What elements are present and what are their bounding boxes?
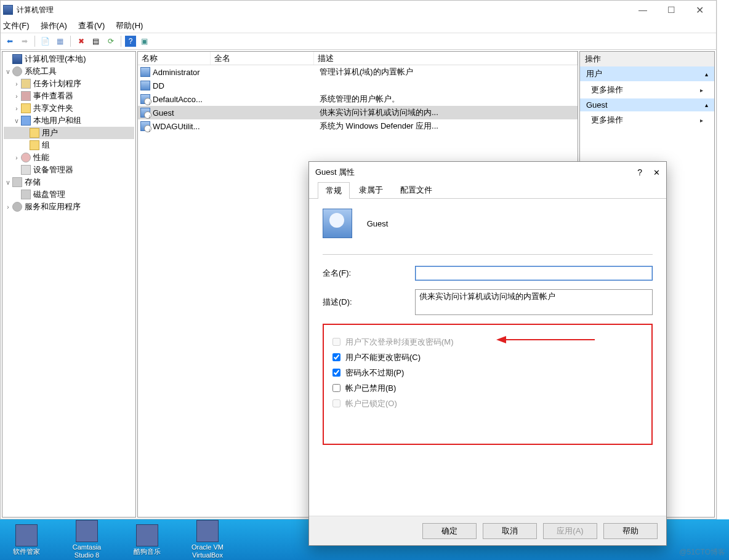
tree-storage[interactable]: 存储	[25, 177, 41, 188]
desktop-icon[interactable]: 酷狗音乐	[126, 524, 169, 556]
tree-panel[interactable]: 计算机管理(本地) v系统工具 ›任务计划程序 ›事件查看器 ›共享文件夹 v本…	[2, 51, 136, 518]
tab-profile[interactable]: 配置文件	[392, 182, 440, 198]
close-button[interactable]: ✕	[685, 1, 714, 19]
properties-button[interactable]: ▤	[89, 35, 102, 48]
user-row[interactable]: WDAGUtilit...系统为 Windows Defender 应用...	[138, 119, 578, 133]
col-name[interactable]: 名称	[138, 52, 211, 65]
refresh-button[interactable]: ⟳	[104, 35, 117, 48]
col-fullname[interactable]: 全名	[211, 52, 314, 65]
tree-services[interactable]: 服务和应用程序	[25, 201, 81, 212]
desktop-icon[interactable]: Oracle VM VirtualBox	[186, 520, 229, 559]
event-icon	[21, 91, 31, 101]
user-icon	[140, 108, 150, 118]
dialog-titlebar[interactable]: Guest 属性 ? ✕	[309, 162, 666, 183]
ok-button[interactable]: 确定	[422, 523, 477, 539]
export-button[interactable]: ▣	[138, 35, 151, 48]
dialog-button-bar: 确定 取消 应用(A) 帮助	[309, 516, 666, 545]
desktop-icon[interactable]: 软件管家	[5, 524, 48, 556]
forward-button[interactable]: ➡	[18, 35, 31, 48]
tab-general[interactable]: 常规	[318, 182, 350, 199]
svg-marker-1	[496, 336, 506, 343]
apply-button[interactable]: 应用(A)	[543, 523, 597, 539]
device-icon	[21, 165, 31, 175]
actions-group-users[interactable]: 用户▴	[580, 66, 714, 81]
actions-more-guest[interactable]: 更多操作▸	[580, 111, 714, 129]
properties-dialog: Guest 属性 ? ✕ 常规 隶属于 配置文件 Guest 全名(F): 描述…	[308, 161, 667, 546]
user-description: 供来宾访问计算机或访问域的内...	[320, 107, 578, 118]
user-icon	[140, 67, 150, 77]
tree-disk-management[interactable]: 磁盘管理	[33, 189, 65, 200]
view-button[interactable]: ▦	[54, 35, 66, 48]
delete-button[interactable]: ✖	[75, 35, 87, 48]
minimize-button[interactable]: —	[629, 1, 657, 19]
user-description: 系统管理的用户帐户。	[320, 94, 578, 105]
user-row[interactable]: DefaultAcco...系统管理的用户帐户。	[138, 92, 578, 106]
tree-shared-folders[interactable]: 共享文件夹	[33, 103, 73, 114]
cancel-button[interactable]: 取消	[483, 523, 537, 539]
menu-help[interactable]: 帮助(H)	[116, 20, 143, 31]
toolbar: ⬅ ➡ 📄 ▦ ✖ ▤ ⟳ ? ▣	[1, 33, 716, 50]
user-avatar-icon	[323, 209, 352, 238]
column-headers[interactable]: 名称 全名 描述	[138, 52, 578, 65]
checkbox-cannot-change-password[interactable]: 用户不能更改密码(C)	[330, 351, 645, 363]
tree-local-users-groups[interactable]: 本地用户和组	[33, 115, 81, 126]
up-button[interactable]: 📄	[39, 35, 52, 48]
perf-icon	[21, 153, 31, 162]
description-label: 描述(D):	[323, 297, 415, 308]
tab-member-of[interactable]: 隶属于	[351, 182, 391, 198]
user-name: Administrator	[153, 68, 219, 77]
annotation-arrow-icon	[496, 334, 595, 346]
disk-icon	[21, 190, 31, 199]
dialog-username: Guest	[367, 219, 389, 228]
checkbox-account-disabled[interactable]: 帐户已禁用(B)	[330, 382, 645, 394]
storage-icon	[12, 177, 22, 187]
user-row[interactable]: Administrator管理计算机(域)的内置帐户	[138, 65, 578, 79]
fullname-label: 全名(F):	[323, 268, 415, 279]
back-button[interactable]: ⬅	[3, 35, 16, 48]
user-name: Guest	[153, 108, 219, 118]
menu-bar: 文件(F) 操作(A) 查看(V) 帮助(H)	[1, 19, 716, 33]
dialog-title: Guest 属性	[315, 167, 355, 178]
col-description[interactable]: 描述	[314, 52, 578, 65]
menu-action[interactable]: 操作(A)	[41, 20, 67, 31]
tree-task-scheduler[interactable]: 任务计划程序	[33, 78, 81, 89]
dialog-help-button[interactable]: ?	[637, 167, 642, 177]
tree-groups[interactable]: 组	[42, 140, 50, 151]
fullname-field[interactable]	[415, 266, 653, 281]
folder-icon	[30, 128, 39, 138]
checkbox-account-locked: 帐户已锁定(O)	[330, 398, 645, 409]
tree-users[interactable]: 用户	[42, 127, 58, 138]
help-button[interactable]: ?	[125, 36, 136, 47]
tools-icon	[12, 66, 22, 76]
tree-performance[interactable]: 性能	[33, 152, 49, 163]
dialog-close-button[interactable]: ✕	[653, 168, 660, 177]
titlebar[interactable]: 计算机管理 — ☐ ✕	[1, 1, 716, 19]
user-row[interactable]: DD	[138, 79, 578, 92]
user-icon	[140, 81, 150, 90]
user-name: DefaultAcco...	[153, 95, 219, 104]
description-field[interactable]	[415, 289, 653, 315]
menu-view[interactable]: 查看(V)	[78, 20, 105, 31]
tree-system-tools[interactable]: 系统工具	[25, 66, 57, 77]
tree-event-viewer[interactable]: 事件查看器	[33, 90, 73, 102]
tree-device-manager[interactable]: 设备管理器	[33, 164, 73, 175]
actions-header: 操作	[580, 52, 714, 66]
tree-root[interactable]: 计算机管理(本地)	[25, 54, 86, 65]
user-description: 系统为 Windows Defender 应用...	[320, 121, 578, 132]
clock-icon	[21, 79, 31, 89]
help-button[interactable]: 帮助	[603, 523, 658, 539]
share-icon	[21, 103, 31, 113]
dialog-tabs: 常规 隶属于 配置文件	[309, 183, 666, 199]
watermark: @51CTO博客	[679, 547, 725, 558]
checkbox-password-never-expires[interactable]: 密码永不过期(P)	[330, 367, 645, 378]
user-row[interactable]: Guest供来宾访问计算机或访问域的内...	[138, 106, 578, 119]
maximize-button[interactable]: ☐	[657, 1, 685, 19]
background-window-edge	[717, 0, 729, 519]
actions-more-users[interactable]: 更多操作▸	[580, 81, 714, 98]
actions-group-guest[interactable]: Guest▴	[580, 98, 714, 111]
desktop-icon[interactable]: Camtasia Studio 8	[65, 520, 108, 559]
computer-icon	[12, 54, 22, 64]
user-icon	[140, 121, 150, 131]
menu-file[interactable]: 文件(F)	[3, 20, 30, 31]
annotation-box: 用户下次登录时须更改密码(M) 用户不能更改密码(C) 密码永不过期(P) 帐户…	[323, 324, 653, 445]
